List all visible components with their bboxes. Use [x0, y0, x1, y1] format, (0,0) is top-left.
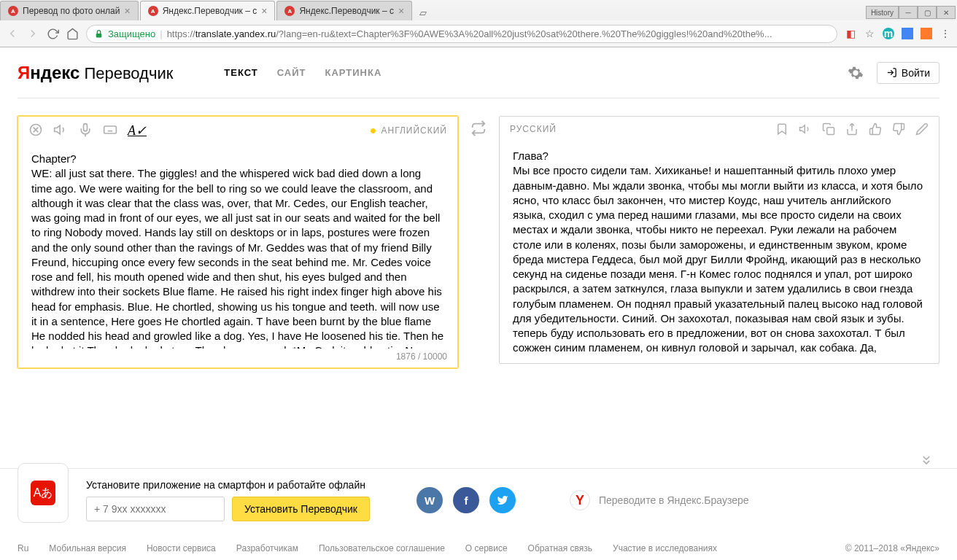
svg-rect-0: [96, 33, 102, 36]
tab-image[interactable]: КАРТИНКА: [325, 67, 381, 78]
bookmark-icon[interactable]: [775, 122, 789, 136]
target-toolbar: РУССКИЙ: [500, 117, 939, 141]
install-button[interactable]: Установить Переводчик: [232, 497, 370, 521]
footer-link[interactable]: Участие в исследованиях: [613, 543, 717, 553]
tab-bar: A Перевод по фото онлай × A Яндекс.Перев…: [0, 0, 957, 20]
copyright: © 2011–2018 «Яндекс»: [845, 543, 939, 553]
source-text[interactable]: Chapter? WE: all just sat there. The gig…: [18, 144, 457, 349]
url-text: https://translate.yandex.ru/?lang=en-ru&…: [167, 28, 772, 39]
detected-dot-icon: ●: [370, 124, 377, 137]
speaker-icon[interactable]: [799, 122, 812, 136]
phone-input[interactable]: [86, 497, 225, 521]
ext-o-icon[interactable]: [921, 28, 932, 39]
browser-promo[interactable]: Y Переводите в Яндекс.Браузере: [570, 490, 749, 510]
target-lang-select[interactable]: РУССКИЙ: [510, 124, 557, 134]
share-icon[interactable]: [845, 122, 859, 136]
translator: A✓ ● АНГЛИЙСКИЙ Chapter? WE: all just sa…: [18, 116, 939, 368]
footer-link[interactable]: Разработчикам: [236, 543, 298, 553]
spellcheck-icon[interactable]: A✓: [128, 122, 147, 139]
tab-text[interactable]: ТЕКСТ: [224, 67, 257, 78]
close-icon[interactable]: ×: [124, 5, 130, 17]
login-button[interactable]: Войти: [877, 62, 939, 84]
footer-link[interactable]: О сервисе: [465, 543, 508, 553]
footer-link[interactable]: Мобильная версия: [49, 543, 126, 553]
ext-g-icon[interactable]: [902, 28, 913, 39]
forward-button[interactable]: [26, 27, 39, 40]
address-bar: Защищено | https://translate.yandex.ru/?…: [0, 20, 957, 47]
promo-form: Установите приложение на смартфон и рабо…: [86, 479, 370, 521]
close-icon[interactable]: ×: [398, 5, 404, 17]
new-tab-button[interactable]: ▱: [414, 5, 433, 20]
home-button[interactable]: [66, 28, 79, 40]
footer-lang[interactable]: Ru: [18, 543, 28, 553]
tab-title: Яндекс.Переводчик – с: [299, 6, 394, 16]
favicon-icon: A: [8, 6, 18, 16]
source-toolbar: A✓ ● АНГЛИЙСКИЙ: [18, 117, 457, 144]
twitter-button[interactable]: [489, 487, 516, 513]
secure-label: Защищено: [108, 28, 155, 39]
svg-marker-5: [55, 125, 61, 134]
favicon-icon: A: [148, 6, 158, 16]
footer: Ru Мобильная версия Новости сервиса Разр…: [0, 536, 957, 560]
history-button[interactable]: History: [866, 6, 899, 19]
browser-tab[interactable]: A Яндекс.Переводчик – с ×: [140, 1, 276, 20]
login-icon: [886, 67, 897, 78]
app-icon: Aあ: [31, 481, 55, 505]
svg-rect-15: [827, 128, 834, 135]
gear-icon[interactable]: [848, 65, 864, 81]
star-icon[interactable]: ☆: [864, 28, 875, 39]
close-window-button[interactable]: ✕: [937, 6, 956, 19]
reload-button[interactable]: [47, 28, 59, 40]
login-label: Войти: [902, 67, 930, 79]
main-tabs: ТЕКСТ САЙТ КАРТИНКА: [224, 67, 381, 78]
speaker-icon[interactable]: [53, 122, 68, 139]
keyboard-icon[interactable]: [103, 122, 117, 139]
tab-title: Яндекс.Переводчик – с: [163, 6, 257, 16]
menu-icon[interactable]: ⋮: [939, 28, 951, 39]
minimize-button[interactable]: ─: [899, 6, 918, 19]
yandex-browser-icon: Y: [570, 490, 590, 510]
close-icon[interactable]: ×: [261, 5, 267, 17]
logo[interactable]: ЯндексПереводчик: [18, 63, 173, 83]
target-panel: РУССКИЙ Глава? Мы все просто сидели там.…: [499, 116, 939, 364]
window-controls: History ─ ▢ ✕: [866, 6, 956, 19]
svg-rect-6: [84, 124, 88, 131]
maximize-button[interactable]: ▢: [918, 6, 937, 19]
facebook-button[interactable]: f: [453, 487, 479, 513]
char-counter: 1876 / 10000: [18, 349, 457, 368]
browser-promo-text: Переводите в Яндекс.Браузере: [599, 494, 749, 506]
url-field[interactable]: Защищено | https://translate.yandex.ru/?…: [86, 25, 837, 43]
lock-icon: [94, 29, 104, 39]
back-button[interactable]: [6, 27, 19, 40]
svg-rect-8: [104, 126, 117, 133]
thumbs-up-icon[interactable]: [869, 122, 882, 136]
page: ЯндексПереводчик ТЕКСТ САЙТ КАРТИНКА Вой…: [0, 47, 957, 560]
ext-m-icon[interactable]: m: [883, 28, 894, 39]
tab-site[interactable]: САЙТ: [277, 67, 306, 78]
tab-title: Перевод по фото онлай: [23, 6, 120, 16]
browser-chrome: A Перевод по фото онлай × A Яндекс.Перев…: [0, 0, 957, 47]
social-buttons: W f: [416, 487, 516, 513]
clear-icon[interactable]: [28, 122, 43, 139]
mic-icon[interactable]: [78, 122, 93, 139]
footer-link[interactable]: Новости сервиса: [147, 543, 216, 553]
target-text: Глава? Мы все просто сидели там. Хихикан…: [500, 141, 939, 363]
footer-link[interactable]: Пользовательское соглашение: [319, 543, 445, 553]
vk-button[interactable]: W: [416, 487, 443, 513]
collapse-handle-icon[interactable]: [918, 453, 935, 467]
source-lang-select[interactable]: АНГЛИЙСКИЙ: [381, 125, 447, 136]
browser-tab[interactable]: A Перевод по фото онлай ×: [0, 1, 139, 20]
footer-link[interactable]: Обратная связь: [528, 543, 592, 553]
promo-title: Установите приложение на смартфон и рабо…: [86, 479, 370, 491]
toolbar-icons: ◧ ☆ m ⋮: [845, 28, 951, 39]
copy-icon[interactable]: [822, 122, 835, 136]
app-promo: Aあ Установите приложение на смартфон и р…: [0, 468, 957, 532]
source-panel: A✓ ● АНГЛИЙСКИЙ Chapter? WE: all just sa…: [18, 116, 458, 368]
page-header: ЯндексПереводчик ТЕКСТ САЙТ КАРТИНКА Вой…: [18, 47, 939, 98]
browser-tab[interactable]: A Яндекс.Переводчик – с ×: [276, 1, 412, 20]
thumbs-down-icon[interactable]: [892, 122, 905, 136]
swap-languages-button[interactable]: [467, 116, 490, 136]
edit-icon[interactable]: [915, 122, 929, 136]
favicon-icon: A: [284, 6, 295, 16]
translate-ext-icon[interactable]: ◧: [845, 28, 856, 39]
